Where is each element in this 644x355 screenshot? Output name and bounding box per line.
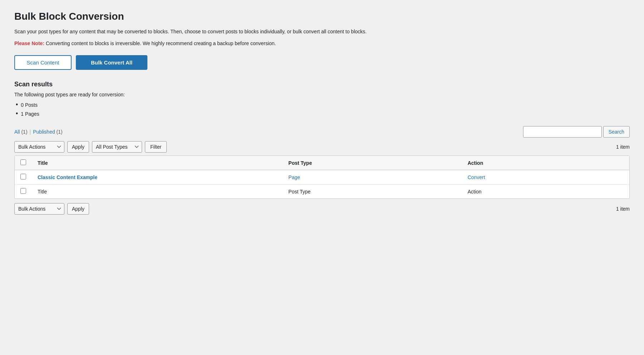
search-input[interactable]	[523, 126, 602, 138]
header-post-type: Post Type	[283, 156, 462, 170]
convert-link[interactable]: Convert	[468, 174, 485, 180]
select-all-checkbox[interactable]	[20, 159, 26, 165]
row-post-type-cell: Page	[283, 170, 462, 184]
row-checkbox-cell	[15, 170, 32, 184]
header-action: Action	[462, 156, 629, 170]
scan-intro-text: The following post types are ready for c…	[14, 92, 630, 97]
search-box: Search	[523, 126, 630, 138]
list-item: 0 Posts	[16, 101, 630, 109]
toolbar-left: Bulk Actions Apply All Post Types Filter	[14, 141, 167, 153]
bottom-toolbar: Bulk Actions Apply 1 item	[14, 203, 630, 215]
footer-select-all-checkbox[interactable]	[20, 188, 26, 194]
post-type-select[interactable]: All Post Types	[92, 141, 142, 153]
filter-links: All (1) | Published (1)	[14, 129, 63, 135]
filter-bar-top: All (1) | Published (1) Search	[14, 126, 630, 138]
list-item: 1 Pages	[16, 110, 630, 117]
header-title: Title	[32, 156, 283, 170]
footer-action-cell: Action	[462, 184, 629, 199]
apply-button-top[interactable]: Apply	[67, 141, 89, 153]
post-title-link[interactable]: Classic Content Example	[38, 174, 97, 180]
footer-checkbox-cell	[15, 184, 32, 199]
action-buttons: Scan Content Bulk Convert All	[14, 55, 630, 70]
filter-all-link[interactable]: All (1)	[14, 129, 28, 135]
footer-title-cell: Title	[32, 184, 283, 199]
row-checkbox[interactable]	[20, 174, 26, 179]
item-count-top: 1 item	[616, 144, 630, 150]
row-action-cell: Convert	[462, 170, 629, 184]
bulk-actions-select-bottom[interactable]: Bulk Actions	[14, 203, 64, 215]
search-button[interactable]: Search	[603, 126, 630, 138]
notice-text: Converting content to blocks is irrevers…	[46, 40, 276, 46]
header-checkbox-cell	[15, 156, 32, 170]
page-description: Scan your post types for any content tha…	[14, 28, 630, 35]
post-type-link[interactable]: Page	[288, 174, 300, 180]
footer-post-type-cell: Post Type	[283, 184, 462, 199]
filter-published-link[interactable]: Published (1)	[33, 129, 63, 135]
table-row: Classic Content Example Page Convert	[15, 170, 629, 184]
bottom-toolbar-left: Bulk Actions Apply	[14, 203, 89, 215]
table-footer-row: Title Post Type Action	[15, 184, 629, 199]
filter-pipe: |	[30, 129, 31, 135]
top-toolbar: Bulk Actions Apply All Post Types Filter…	[14, 141, 630, 153]
scan-results-list: 0 Posts 1 Pages	[14, 101, 630, 117]
row-title-cell: Classic Content Example	[32, 170, 283, 184]
page-notice: Please Note: Converting content to block…	[14, 40, 630, 47]
notice-label: Please Note:	[14, 40, 44, 46]
posts-table: Title Post Type Action Classic Content E…	[14, 155, 630, 199]
item-count-bottom: 1 item	[616, 206, 630, 212]
bulk-actions-select-top[interactable]: Bulk Actions	[14, 141, 64, 153]
page-title: Bulk Block Conversion	[14, 11, 630, 22]
scan-content-button[interactable]: Scan Content	[14, 55, 72, 70]
bulk-convert-all-button[interactable]: Bulk Convert All	[76, 55, 147, 70]
scan-results-title: Scan results	[14, 81, 630, 88]
filter-button[interactable]: Filter	[145, 141, 167, 153]
table-header-row: Title Post Type Action	[15, 156, 629, 170]
apply-button-bottom[interactable]: Apply	[67, 203, 89, 215]
